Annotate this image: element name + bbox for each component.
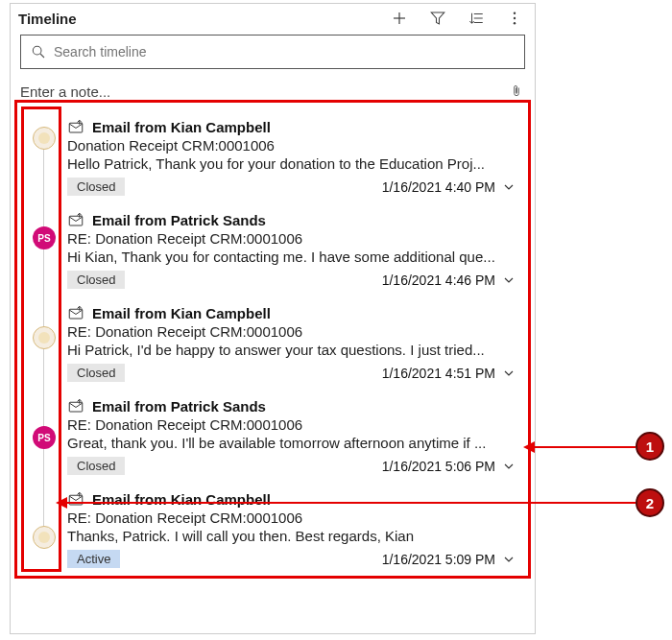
filter-icon[interactable] [429, 10, 446, 27]
entry-body: Hi Patrick, I'd be happy to answer your … [67, 342, 516, 358]
entry-date: 1/16/2021 4:40 PM [382, 179, 495, 195]
entry-date: 1/16/2021 4:46 PM [382, 273, 495, 288]
entry-title: Email from Kian Campbell [92, 491, 271, 508]
header-actions [391, 10, 523, 27]
timeline-header: Timeline [11, 4, 535, 31]
timeline-entry[interactable]: Email from Patrick SandsRE: Donation Rec… [67, 388, 518, 481]
entry-header: Email from Kian Campbell [67, 304, 516, 321]
chevron-down-icon[interactable] [501, 552, 516, 567]
svg-marker-2 [431, 12, 444, 24]
entry-subject: RE: Donation Receipt CRM:0001006 [67, 230, 516, 247]
entry-footer: Closed1/16/2021 5:06 PM [67, 457, 516, 475]
entry-header: Email from Kian Campbell [67, 490, 516, 508]
search-input[interactable] [54, 44, 515, 59]
entry-body: Hello Patrick, Thank you for your donati… [67, 155, 516, 172]
svg-point-9 [33, 46, 41, 55]
add-icon[interactable] [391, 10, 408, 27]
note-placeholder: Enter a note... [20, 83, 510, 100]
timeline-entry[interactable]: Email from Kian CampbellDonation Receipt… [67, 108, 518, 201]
chevron-down-icon[interactable] [501, 459, 516, 474]
callout-arrow-1 [535, 446, 636, 448]
avatar [33, 326, 56, 349]
svg-point-6 [514, 12, 516, 14]
entry-footer: Active1/16/2021 5:09 PM [67, 550, 516, 568]
status-badge: Closed [67, 364, 125, 382]
entry-body: Hi Kian, Thank you for contacting me. I … [67, 249, 516, 265]
timeline-entry[interactable]: Email from Patrick SandsRE: Donation Rec… [67, 201, 518, 295]
entry-subject: RE: Donation Receipt CRM:0001006 [67, 416, 516, 433]
entry-header: Email from Kian Campbell [67, 118, 516, 135]
entry-body: Great, thank you. I'll be available tomo… [67, 435, 516, 451]
email-icon [67, 304, 84, 321]
email-icon [67, 397, 84, 415]
note-input-bar[interactable]: Enter a note... [20, 83, 523, 100]
avatar [33, 127, 56, 150]
avatar: PS [33, 226, 56, 249]
entry-subject: RE: Donation Receipt CRM:0001006 [67, 510, 516, 526]
entry-title: Email from Patrick Sands [92, 398, 266, 415]
chevron-down-icon[interactable] [501, 273, 516, 288]
sort-icon[interactable] [468, 10, 485, 27]
entry-title: Email from Kian Campbell [92, 305, 271, 321]
timeline-entry[interactable]: Email from Kian CampbellRE: Donation Rec… [67, 481, 518, 574]
status-badge: Active [67, 550, 120, 568]
callout-2: 2 [636, 488, 664, 517]
entry-title: Email from Patrick Sands [92, 212, 266, 228]
entry-date: 1/16/2021 5:06 PM [382, 459, 495, 474]
svg-line-10 [40, 54, 44, 58]
more-icon[interactable] [506, 10, 523, 27]
status-badge: Closed [67, 271, 125, 289]
callout-1: 1 [636, 432, 664, 461]
chevron-down-icon[interactable] [501, 366, 516, 381]
email-icon [67, 211, 84, 228]
callout-arrowhead-2 [56, 497, 67, 509]
timeline-entries: Email from Kian CampbellDonation Receipt… [67, 108, 528, 574]
entry-date: 1/16/2021 5:09 PM [382, 552, 495, 567]
timeline-panel: Timeline Enter a note... [10, 3, 536, 634]
svg-point-8 [514, 22, 516, 24]
timeline-title: Timeline [18, 11, 391, 27]
status-badge: Closed [67, 178, 125, 196]
attachment-icon[interactable] [510, 83, 523, 100]
entry-subject: RE: Donation Receipt CRM:0001006 [67, 323, 516, 340]
timeline-list-frame: PSPS Email from Kian CampbellDonation Re… [14, 100, 531, 579]
search-box[interactable] [20, 35, 525, 69]
entry-footer: Closed1/16/2021 4:51 PM [67, 364, 516, 382]
entry-header: Email from Patrick Sands [67, 211, 516, 228]
callout-arrowhead-1 [523, 441, 535, 453]
search-icon [31, 44, 46, 59]
email-icon [67, 490, 84, 508]
timeline-entry[interactable]: Email from Kian CampbellRE: Donation Rec… [67, 295, 518, 388]
svg-point-7 [514, 17, 516, 19]
avatar [33, 526, 56, 549]
avatar: PS [33, 426, 56, 449]
entry-date: 1/16/2021 4:51 PM [382, 366, 495, 381]
entry-title: Email from Kian Campbell [92, 119, 271, 135]
status-badge: Closed [67, 457, 125, 475]
entry-header: Email from Patrick Sands [67, 397, 516, 415]
chevron-down-icon[interactable] [501, 179, 516, 195]
entry-body: Thanks, Patrick. I will call you then. B… [67, 528, 516, 544]
callout-arrow-2 [67, 502, 636, 504]
entry-subject: Donation Receipt CRM:0001006 [67, 137, 516, 154]
entry-footer: Closed1/16/2021 4:46 PM [67, 271, 516, 289]
entry-footer: Closed1/16/2021 4:40 PM [67, 178, 516, 196]
email-icon [67, 118, 84, 135]
